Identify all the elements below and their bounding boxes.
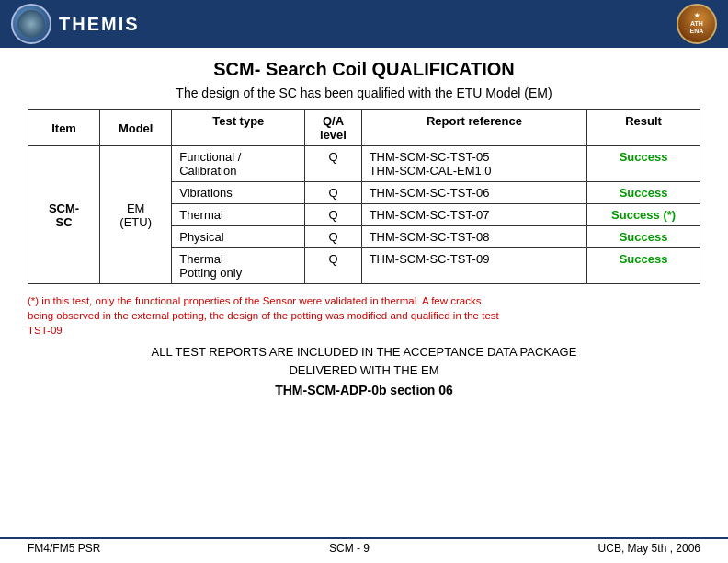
cell-report-2: THM-SCM-SC-TST-06 <box>361 182 587 204</box>
footer-right: UCB, May 5th , 2006 <box>598 542 700 555</box>
cell-item: SCM-SC <box>28 146 100 284</box>
cell-qa-1: Q <box>305 146 361 182</box>
footer: FM4/FM5 PSR SCM - 9 UCB, May 5th , 2006 <box>0 537 728 557</box>
footer-left: FM4/FM5 PSR <box>28 542 100 555</box>
footnote-text: (*) in this test, only the functional pr… <box>28 295 499 336</box>
cell-report-5: THM-SCM-SC-TST-09 <box>361 248 587 284</box>
cell-model: EM(ETU) <box>100 146 172 284</box>
cell-testtype-3: Thermal <box>172 204 305 226</box>
cell-result-4: Success <box>587 226 700 248</box>
col-header-result: Result <box>587 110 700 146</box>
app-title: THEMIS <box>59 14 140 35</box>
logo-inner <box>17 10 45 38</box>
cell-testtype-5: ThermalPotting only <box>172 248 305 284</box>
col-header-report: Report reference <box>361 110 587 146</box>
col-header-testtype: Test type <box>172 110 305 146</box>
footnote: (*) in this test, only the functional pr… <box>28 293 700 338</box>
main-content: SCM- Search Coil QUALIFICATION The desig… <box>0 48 728 412</box>
cell-result-5: Success <box>587 248 700 284</box>
thm-line: THM-SCM-ADP-0b section 06 <box>28 383 700 397</box>
all-reports-line2: DELIVERED WITH THE EM <box>289 363 438 377</box>
cell-result-3: Success (*) <box>587 204 700 226</box>
themis-logo <box>11 4 51 44</box>
athena-logo-text: ★ATHENA <box>690 12 704 35</box>
col-header-item: Item <box>28 110 100 146</box>
athena-logo: ★ATHENA <box>677 4 717 44</box>
cell-qa-5: Q <box>305 248 361 284</box>
cell-qa-3: Q <box>305 204 361 226</box>
col-header-model: Model <box>100 110 172 146</box>
cell-result-2: Success <box>587 182 700 204</box>
page-title: SCM- Search Coil QUALIFICATION <box>28 59 700 80</box>
all-reports-text: ALL TEST REPORTS ARE INCLUDED IN THE ACC… <box>28 343 700 379</box>
page-subtitle: The design of the SC has been qualified … <box>28 86 700 100</box>
cell-testtype-4: Physical <box>172 226 305 248</box>
cell-testtype-2: Vibrations <box>172 182 305 204</box>
footer-center: SCM - 9 <box>329 542 370 555</box>
header-bar: THEMIS ★ATHENA <box>0 0 728 48</box>
cell-report-4: THM-SCM-SC-TST-08 <box>361 226 587 248</box>
all-reports-line1: ALL TEST REPORTS ARE INCLUDED IN THE ACC… <box>152 345 577 359</box>
cell-testtype-1: Functional /Calibration <box>172 146 305 182</box>
cell-report-3: THM-SCM-SC-TST-07 <box>361 204 587 226</box>
cell-report-1: THM-SCM-SC-TST-05THM-SCM-CAL-EM1.0 <box>361 146 587 182</box>
header-logo-area: THEMIS <box>11 4 140 44</box>
cell-qa-4: Q <box>305 226 361 248</box>
table-header-row: Item Model Test type Q/Alevel Report ref… <box>28 110 700 146</box>
qualification-table: Item Model Test type Q/Alevel Report ref… <box>28 109 700 284</box>
cell-qa-2: Q <box>305 182 361 204</box>
table-row: SCM-SC EM(ETU) Functional /Calibration Q… <box>28 146 700 182</box>
cell-result-1: Success <box>587 146 700 182</box>
col-header-qa: Q/Alevel <box>305 110 361 146</box>
